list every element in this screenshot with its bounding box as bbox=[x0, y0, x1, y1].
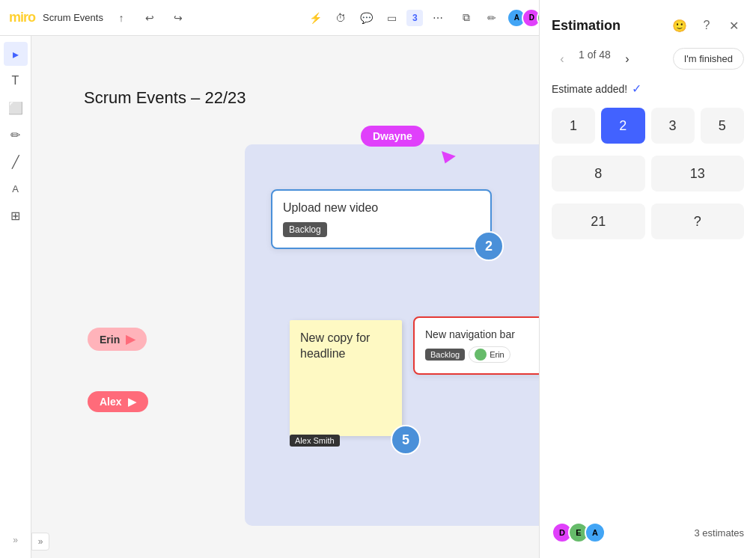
panel-title: Estimation bbox=[552, 18, 621, 34]
erin-avatar-small bbox=[475, 349, 487, 361]
estimates-count: 3 estimates bbox=[695, 527, 744, 539]
frame-tool-btn[interactable]: ⊞ bbox=[4, 203, 28, 227]
board-name-label: Scrum Events bbox=[43, 12, 103, 23]
pen-tool-left-btn[interactable]: ✏ bbox=[4, 123, 28, 147]
number-grid: 1 2 3 5 bbox=[552, 108, 744, 144]
panel-footer: D E A 3 estimates bbox=[552, 522, 744, 543]
prev-arrow-btn[interactable]: ‹ bbox=[552, 49, 573, 70]
erin-tag: Erin bbox=[469, 346, 510, 363]
dwayne-label: Dwayne bbox=[361, 126, 424, 147]
text-tool-btn[interactable]: T bbox=[4, 69, 28, 93]
lightning-icon-btn[interactable]: ⚡ bbox=[305, 7, 326, 28]
frame-icon-btn[interactable]: ▭ bbox=[381, 7, 402, 28]
select-tool-btn[interactable]: ▸ bbox=[4, 42, 28, 66]
board-title-sub: – 22/23 bbox=[191, 88, 246, 107]
toolbar-center: ⚡ ⏱ 💬 ▭ 3 ⋯ bbox=[305, 7, 448, 28]
nav-backlog-badge: Backlog bbox=[425, 349, 465, 361]
upload-button[interactable]: ↑ bbox=[111, 7, 132, 28]
erin-tag-label: Erin bbox=[490, 350, 504, 359]
panel-nav: ‹ 1 of 48 › I'm finished bbox=[552, 48, 744, 70]
emoji-icon-btn[interactable]: 🙂 bbox=[669, 15, 690, 36]
sidebar-expand-btn[interactable]: » bbox=[31, 533, 49, 551]
nav-arrows: ‹ 1 of 48 › bbox=[552, 49, 638, 70]
alex-person-label: Alex ▶ bbox=[88, 391, 148, 412]
pen-tool-btn[interactable]: ✏ bbox=[481, 7, 502, 28]
font-tool-btn[interactable]: A bbox=[4, 177, 28, 200]
filter-icon-btn[interactable]: ⧉ bbox=[456, 7, 477, 28]
alex-arrow-icon: ▶ bbox=[128, 396, 136, 408]
sticky-note-text: New copy for headline bbox=[300, 331, 391, 362]
estimate-13-btn[interactable]: 13 bbox=[651, 156, 745, 191]
more-tools-btn[interactable]: ⋯ bbox=[427, 7, 448, 28]
estimate-8-btn[interactable]: 8 bbox=[552, 156, 645, 191]
nav-card-title: New navigation bar bbox=[425, 328, 515, 340]
erin-name: Erin bbox=[100, 334, 120, 346]
estimate-21-btn[interactable]: 21 bbox=[552, 203, 645, 239]
next-arrow-btn[interactable]: › bbox=[617, 49, 638, 70]
toolbar-left: miro Scrum Events ↑ ↩ ↪ bbox=[9, 7, 297, 28]
close-panel-btn[interactable]: ✕ bbox=[723, 15, 744, 36]
board-title: Scrum Events – 22/23 bbox=[84, 88, 246, 108]
comment-icon-btn[interactable]: 💬 bbox=[356, 7, 377, 28]
sticky-author: Alex Smith bbox=[290, 435, 340, 447]
estimate-added-text: Estimate added! bbox=[552, 83, 627, 95]
panel-header: Estimation 🙂 ? ✕ bbox=[552, 15, 744, 36]
clock-icon-btn[interactable]: ⏱ bbox=[330, 7, 351, 28]
miro-logo: miro bbox=[9, 10, 35, 25]
estimate-5-btn[interactable]: 5 bbox=[701, 108, 744, 144]
sticky-estimate-badge: 5 bbox=[391, 425, 421, 455]
video-estimate-badge: 2 bbox=[474, 231, 504, 261]
redo-button[interactable]: ↪ bbox=[168, 7, 189, 28]
number-badge-btn[interactable]: 3 bbox=[406, 10, 423, 26]
estimator-avatar-3: A bbox=[585, 522, 606, 543]
estimate-2-btn[interactable]: 2 bbox=[601, 108, 644, 144]
page-indicator: 1 of 48 bbox=[579, 49, 611, 70]
panel-header-icons: 🙂 ? ✕ bbox=[669, 15, 744, 36]
erin-arrow-icon: ▶ bbox=[126, 332, 135, 346]
estimate-1-btn[interactable]: 1 bbox=[552, 108, 595, 144]
video-backlog-badge: Backlog bbox=[283, 222, 327, 237]
finished-button[interactable]: I'm finished bbox=[673, 48, 744, 70]
estimate-3-btn[interactable]: 3 bbox=[651, 108, 695, 144]
estimation-panel: Estimation 🙂 ? ✕ ‹ 1 of 48 › I'm finishe… bbox=[539, 0, 756, 558]
undo-button[interactable]: ↩ bbox=[139, 7, 160, 28]
left-panel: ▸ T ⬜ ✏ ╱ A ⊞ » bbox=[0, 36, 31, 558]
dwayne-arrow-icon bbox=[438, 151, 456, 166]
expand-panel-btn[interactable]: » bbox=[4, 528, 28, 552]
estimate-added-indicator: Estimate added! ✓ bbox=[552, 82, 744, 96]
number-grid-row2: 8 13 bbox=[552, 156, 744, 191]
estimate-question-btn[interactable]: ? bbox=[651, 203, 745, 239]
sticky-note[interactable]: New copy for headline Alex Smith 5 bbox=[290, 320, 402, 436]
check-icon: ✓ bbox=[632, 82, 641, 96]
help-panel-btn[interactable]: ? bbox=[696, 15, 717, 36]
shape-tool-btn[interactable]: ⬜ bbox=[4, 96, 28, 120]
video-card[interactable]: Upload new video Backlog 2 bbox=[271, 189, 492, 249]
erin-person-label: Erin ▶ bbox=[88, 328, 147, 351]
video-card-title: Upload new video bbox=[283, 201, 480, 215]
number-grid-row3: 21 ? bbox=[552, 203, 744, 239]
estimators: D E A bbox=[552, 522, 606, 543]
board-title-main: Scrum Events bbox=[84, 88, 186, 107]
alex-name: Alex bbox=[100, 396, 122, 408]
main-area: ▸ T ⬜ ✏ ╱ A ⊞ » Scrum Events – 22/23 Dwa… bbox=[0, 36, 756, 558]
line-tool-btn[interactable]: ╱ bbox=[4, 150, 28, 174]
